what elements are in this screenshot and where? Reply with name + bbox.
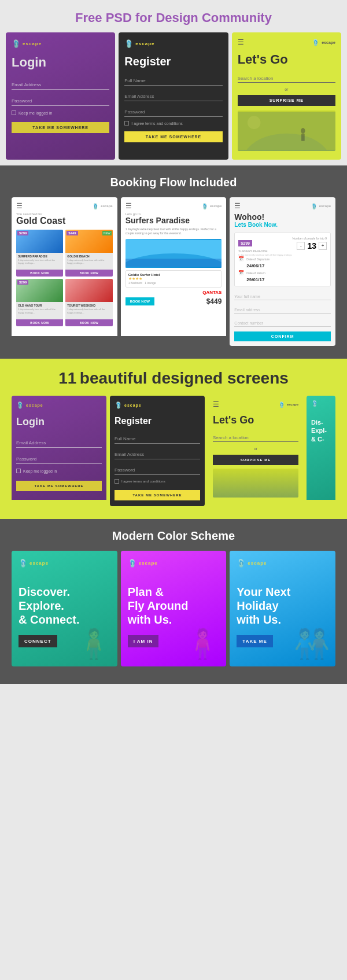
eleven-email-input[interactable] xyxy=(16,439,102,448)
modern-screens-row: 🩴 escape Discover.Explore.& Connect. CON… xyxy=(6,551,341,672)
register-password-input[interactable] xyxy=(124,108,222,117)
magenta-logo-icon: 🩴 xyxy=(128,559,137,568)
eleven-reg-email-input[interactable] xyxy=(115,450,200,459)
wohoo-hamburger-icon[interactable]: ☰ xyxy=(234,202,241,210)
card-hans-book-btn[interactable]: BOOK NOW xyxy=(16,319,63,326)
card-surfers-book-btn[interactable]: BOOK NOW xyxy=(16,270,63,277)
letsgo-logo: 🩴 escape xyxy=(312,39,335,46)
fullname-input[interactable] xyxy=(234,293,331,300)
pax-plus-btn[interactable]: + xyxy=(319,242,327,250)
terms-checkbox[interactable] xyxy=(124,121,129,126)
magenta-logo-text: escape xyxy=(139,561,158,566)
letsgo-title: Let's Go xyxy=(238,52,335,67)
eleven-discover-logo-icon: 🩴 xyxy=(311,400,318,407)
login-title: Login xyxy=(12,55,109,70)
password-input[interactable] xyxy=(12,97,109,106)
surfers-logo: 🩴 escape xyxy=(201,203,222,209)
login-take-me-button[interactable]: TAKE ME SOMEWHERE xyxy=(12,122,109,133)
eleven-letsgo-hamburger[interactable]: ☰ xyxy=(213,400,219,408)
email-input[interactable] xyxy=(12,80,109,90)
keep-logged-row: Keep me logged in xyxy=(12,110,109,115)
hotel-meta: 1 Bedroom 1 lounge xyxy=(128,281,219,285)
card-tourist-book-btn[interactable]: BOOK NOW xyxy=(65,319,112,326)
register-name-input[interactable] xyxy=(124,76,222,86)
eleven-register-btn[interactable]: TAKE ME SOMEWHERE xyxy=(115,490,200,500)
eleven-letsgo-screen: ☰ 🩴 escape Let's Go or SURPRISE ME xyxy=(208,396,303,506)
gc-logo: 🩴 escape xyxy=(92,203,112,209)
teal-color-title: Discover.Explore.& Connect. xyxy=(19,585,110,627)
surfers-header: ☰ 🩴 escape xyxy=(125,202,222,210)
wohoo-form: CONFIRM xyxy=(234,290,331,341)
contact-input[interactable] xyxy=(234,320,331,327)
eleven-letsgo-or: or xyxy=(213,447,298,451)
gc-hamburger-icon[interactable]: ☰ xyxy=(16,202,23,210)
wohoo-subtitle: Lets Book Now. xyxy=(234,222,331,228)
card-goldie-desc: 1 day extremely best tour with at the ha… xyxy=(67,259,110,264)
depart-date: 24/06/17 xyxy=(246,263,327,268)
iamin-button[interactable]: I AM IN xyxy=(128,635,159,647)
teal-figure: 🧍 xyxy=(76,627,112,661)
booking-title: Booking Flow Included xyxy=(6,176,341,189)
surprise-me-button[interactable]: SURPRISE ME xyxy=(238,95,335,106)
eleven-reg-name-input[interactable] xyxy=(115,434,200,444)
eleven-letsgo-logo: 🩴 escape xyxy=(278,401,298,408)
goldcoast-title: Gold Coast xyxy=(16,216,113,226)
location-search-input[interactable] xyxy=(238,75,335,83)
surfers-book-now-btn[interactable]: BOOK NOW xyxy=(125,297,154,305)
surfers-hamburger-icon[interactable]: ☰ xyxy=(125,202,132,210)
eleven-password-input[interactable] xyxy=(16,455,102,464)
register-email-input[interactable] xyxy=(124,92,222,101)
confirm-button[interactable]: CONFIRM xyxy=(234,331,331,341)
register-take-me-button[interactable]: TAKE ME SOMEWHERE xyxy=(124,131,222,142)
card-surfers-price: $299 xyxy=(17,231,28,235)
wohoo-booking-card: $299 SURFERS PARADISE 5 day extremely be… xyxy=(234,233,331,286)
card-tourist: TOURIST WEEKEND 1 day extremely best tou… xyxy=(65,279,112,326)
eleven-keep-checkbox[interactable] xyxy=(16,469,21,473)
terms-row: I agree terms and conditions xyxy=(124,121,222,126)
section1-screens: 🩴 escape Login Keep me logged in TAKE ME… xyxy=(0,32,347,165)
card-goldie-book-btn[interactable]: BOOK NOW xyxy=(65,270,112,277)
svg-rect-7 xyxy=(125,259,222,267)
page-title: Free PSD for Design Community xyxy=(6,10,341,25)
hamburger-icon[interactable]: ☰ xyxy=(238,38,244,46)
svg-point-2 xyxy=(248,116,261,130)
eleven-surprise-btn[interactable]: SURPRISE ME xyxy=(213,455,298,465)
surfers-logo-icon: 🩴 xyxy=(201,203,208,209)
gc-logo-icon: 🩴 xyxy=(92,203,99,209)
keep-logged-checkbox[interactable] xyxy=(12,110,16,115)
magenta-logo: 🩴 escape xyxy=(128,559,220,568)
pax-count: 13 xyxy=(307,241,316,250)
register-logo-icon: 🩴 xyxy=(124,39,134,48)
eleven-number: 11 xyxy=(58,369,76,387)
eleven-login-btn[interactable]: TAKE ME SOMEWHERE xyxy=(16,481,102,491)
connect-button[interactable]: CONNECT xyxy=(19,635,57,647)
card-goldie-body: GOLDIE BEACH 1 day extremely best tour w… xyxy=(65,253,112,266)
hotel-card: Goldie Surfer Hotel ★★★★ 1 Bedroom 1 lou… xyxy=(125,270,222,288)
eleven-label: beautiful designed screens xyxy=(80,369,289,387)
svg-rect-4 xyxy=(301,134,305,141)
eleven-register-logo-text: escape xyxy=(124,403,142,407)
eleven-location-input[interactable] xyxy=(213,434,298,442)
card-surfers-body: SURFERS PARADISE 5 day extremely best to… xyxy=(16,253,63,266)
card-tourist-name: TOURIST WEEKEND xyxy=(67,304,110,307)
card-goldie: $449 NEW GOLDIE BEACH 1 day extremely be… xyxy=(65,230,112,277)
wohoo-title: Wohoo! xyxy=(234,212,331,222)
eleven-terms-checkbox[interactable] xyxy=(115,479,119,484)
eleven-login-screen: 🩴 escape Login Keep me logged in TAKE ME… xyxy=(12,396,106,506)
wohoo-email-input[interactable] xyxy=(234,307,331,314)
takeme-button[interactable]: TAKE ME xyxy=(237,635,272,647)
pax-minus-btn[interactable]: - xyxy=(297,242,305,250)
wohoo-logo-text: escape xyxy=(319,204,331,208)
eleven-reg-pass-input[interactable] xyxy=(115,466,200,475)
booking-section: Booking Flow Included ☰ 🩴 escape You sea… xyxy=(0,165,347,359)
letsgo-header: ☰ 🩴 escape xyxy=(238,38,335,46)
magenta-screen: 🩴 escape Plan &Fly Aroundwith Us. I AM I… xyxy=(121,551,227,666)
eleven-letsgo-title: Let's Go xyxy=(213,414,298,426)
hotel-stars: ★★★★ xyxy=(128,277,219,281)
wohoo-header: ☰ 🩴 escape xyxy=(234,202,331,210)
depart-row: 📅 Date of Departure xyxy=(238,256,327,261)
eleven-keep-row: Keep me logged in xyxy=(16,469,102,473)
eleven-section: 11 beautiful designed screens 🩴 escape L… xyxy=(0,359,347,519)
svg-point-3 xyxy=(301,128,305,133)
surfers-price: $449 xyxy=(206,297,222,305)
